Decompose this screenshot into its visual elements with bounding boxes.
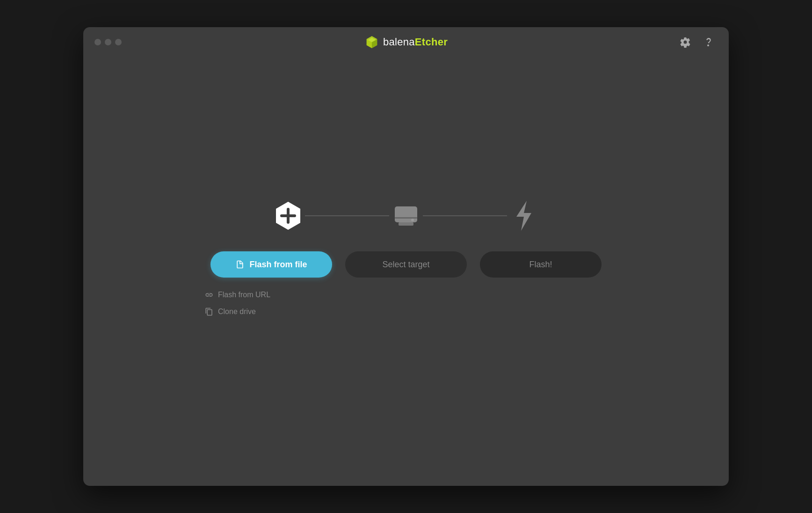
source-icon: [271, 199, 305, 233]
step-source: [271, 199, 305, 233]
app-title: balenaEtcher: [364, 35, 448, 50]
svg-marker-12: [516, 201, 531, 231]
steps-row: [205, 199, 607, 233]
flash-from-file-button[interactable]: Flash from file: [210, 251, 332, 278]
clone-drive-button[interactable]: Clone drive: [205, 308, 256, 316]
secondary-links: Flash from URL Clone drive: [205, 291, 270, 316]
traffic-light-minimize[interactable]: [105, 39, 111, 45]
link-icon: [205, 291, 213, 299]
title-text: balenaEtcher: [383, 36, 448, 48]
clone-icon: [205, 308, 213, 316]
app-logo-icon: [364, 35, 379, 50]
drive-icon: [389, 199, 423, 233]
svg-rect-10: [395, 217, 417, 219]
svg-rect-9: [399, 222, 413, 226]
connector-1: [305, 215, 389, 216]
select-target-button[interactable]: Select target: [345, 251, 467, 278]
lightning-icon: [507, 199, 541, 233]
gear-icon: [680, 37, 691, 48]
flash-from-url-button[interactable]: Flash from URL: [205, 291, 270, 299]
app-window: balenaEtcher: [83, 27, 729, 486]
buttons-row: Flash from file Select target Flash!: [196, 251, 616, 278]
step-target: [389, 199, 423, 233]
header-actions: [676, 33, 718, 51]
traffic-light-close[interactable]: [94, 39, 101, 45]
settings-button[interactable]: [676, 33, 694, 51]
traffic-lights: [94, 39, 122, 45]
connector-2: [423, 215, 507, 216]
step-flash: [507, 199, 541, 233]
main-content: Flash from file Select target Flash! Fla…: [83, 57, 729, 486]
traffic-light-maximize[interactable]: [115, 39, 122, 45]
title-bar: balenaEtcher: [83, 27, 729, 57]
svg-point-11: [411, 219, 414, 221]
help-button[interactable]: [700, 33, 718, 51]
file-icon: [235, 260, 245, 269]
help-icon: [703, 37, 714, 48]
flash-button[interactable]: Flash!: [480, 251, 602, 278]
